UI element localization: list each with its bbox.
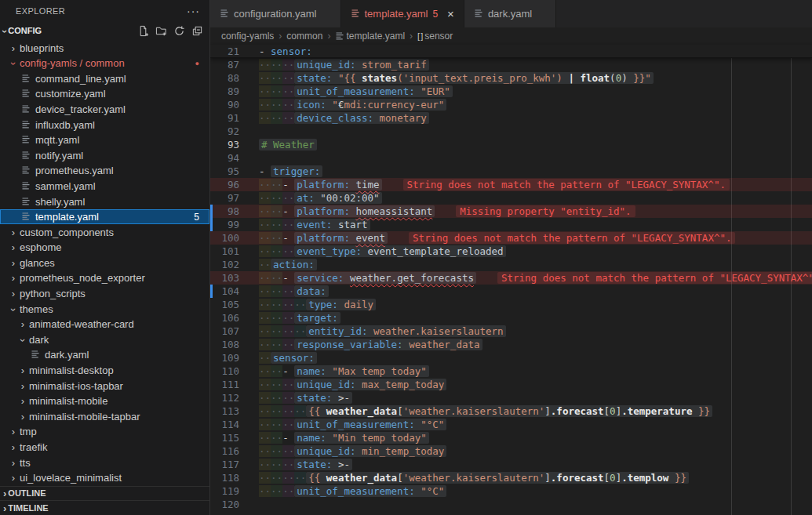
sidebar-file-template-yaml[interactable]: template.yaml5 <box>0 209 209 225</box>
code-line[interactable]: 108······response_variable: weather_data <box>210 338 812 351</box>
sidebar-file-dark-yaml[interactable]: dark.yaml <box>0 347 209 363</box>
refresh-icon[interactable] <box>173 25 185 37</box>
line-content[interactable]: ······target: <box>259 311 812 325</box>
line-content[interactable]: ······state: >- <box>259 391 812 404</box>
config-section-header[interactable]: › CONFIG <box>0 22 209 41</box>
code-line[interactable]: 89······unit_of_measurement: "EUR" <box>210 85 812 98</box>
code-line[interactable]: 112······state: >- <box>210 391 812 404</box>
sidebar-folder-glances[interactable]: ›glances <box>0 256 209 271</box>
line-content[interactable]: ······event: start <box>259 218 812 231</box>
code-line[interactable]: 117······state: >- <box>210 458 812 471</box>
line-content[interactable]: ······unit_of_measurement: "°C" <box>259 418 812 431</box>
sticky-scroll-line[interactable]: 21- sensor: <box>210 45 812 58</box>
sidebar-file-command-line-yaml[interactable]: command_line.yaml <box>0 71 209 86</box>
sidebar-folder-animated-weather-card[interactable]: ›animated-weather-card <box>0 317 209 332</box>
sidebar-file-customize-yaml[interactable]: customize.yaml <box>0 86 209 102</box>
line-content[interactable]: ······at: "00:02:00" <box>259 191 812 205</box>
code-line[interactable]: 104······data: <box>210 285 812 298</box>
line-content[interactable]: ······data: <box>259 285 812 298</box>
code-line[interactable]: 109··sensor: <box>210 351 812 364</box>
line-content[interactable]: ········{{ weather_data['weather.kaisers… <box>259 471 812 484</box>
sidebar-file-prometheus-yaml[interactable]: prometheus.yaml <box>0 163 209 179</box>
line-content[interactable]: - sensor: <box>259 45 812 58</box>
code-line[interactable]: 95- trigger: <box>210 165 812 178</box>
code-editor[interactable]: 21- sensor:87······unique_id: strom_tari… <box>210 45 812 515</box>
outline-section-header[interactable]: › OUTLINE <box>0 486 209 501</box>
code-line[interactable]: 93# Weather <box>210 138 812 151</box>
line-content[interactable]: ······unique_id: max_temp_today <box>259 378 812 391</box>
breadcrumb-item-common[interactable]: common <box>286 31 322 42</box>
code-line[interactable]: 96····- platform: timeString does not ma… <box>210 178 812 191</box>
code-line[interactable]: 97······at: "00:02:00" <box>210 191 812 205</box>
code-line[interactable]: 114······unit_of_measurement: "°C" <box>210 418 812 431</box>
code-line[interactable]: 90······icon: "€mdi:currency-eur" <box>210 98 812 111</box>
code-line[interactable]: 92 <box>210 125 812 138</box>
sidebar-file-shelly-yaml[interactable]: shelly.yaml <box>0 194 209 209</box>
sidebar-file-influxdb-yaml[interactable]: influxdb.yaml <box>0 117 209 132</box>
line-content[interactable]: ····- name: "Min temp today" <box>259 431 812 444</box>
line-content[interactable]: ········entity_id: weather.kaiserslauter… <box>259 325 812 338</box>
line-content[interactable]: ····- service: weather.get_forecastsStri… <box>259 271 812 285</box>
line-content[interactable]: ····- platform: homeassistantMissing pro… <box>259 205 812 218</box>
close-icon[interactable]: × <box>447 8 454 20</box>
sidebar-file-mqtt-yaml[interactable]: mqtt.yaml <box>0 132 209 148</box>
code-line[interactable]: 102··action: <box>210 258 812 271</box>
code-line[interactable]: 98····- platform: homeassistantMissing p… <box>210 205 812 218</box>
sidebar-folder-ui-lovelace-minimalist[interactable]: ›ui_lovelace_minimalist <box>0 470 209 486</box>
line-content[interactable]: ······device_class: monetary <box>259 111 812 125</box>
sidebar-folder-minimalist-ios-tapbar[interactable]: ›minimalist-ios-tapbar <box>0 378 209 394</box>
code-line[interactable]: 118········{{ weather_data['weather.kais… <box>210 471 812 484</box>
sidebar-folder-minimalist-mobile[interactable]: ›minimalist-mobile <box>0 394 209 409</box>
code-line[interactable]: 99······event: start <box>210 218 812 231</box>
code-line[interactable]: 91······device_class: monetary <box>210 111 812 125</box>
sidebar-folder-tmp[interactable]: ›tmp <box>0 424 209 440</box>
line-content[interactable]: ······unit_of_measurement: "°C" <box>259 484 812 498</box>
code-line[interactable]: 87······unique_id: strom_tarif <box>210 58 812 71</box>
collapse-all-icon[interactable] <box>191 25 203 37</box>
code-line[interactable]: 110····- name: "Max temp today" <box>210 364 812 378</box>
code-line[interactable]: 101······event_type: event_template_relo… <box>210 245 812 258</box>
sidebar-folder-themes[interactable]: ›themes <box>0 301 209 317</box>
code-line[interactable]: 105········type: daily <box>210 298 812 311</box>
breadcrumb-item-config-yamls[interactable]: config-yamls <box>221 31 274 42</box>
line-content[interactable]: ········{{ weather_data['weather.kaisers… <box>259 404 812 418</box>
sidebar-folder-traefik[interactable]: ›traefik <box>0 440 209 455</box>
code-line[interactable]: 107········entity_id: weather.kaiserslau… <box>210 325 812 338</box>
sidebar-folder-python-scripts[interactable]: ›python_scripts <box>0 286 209 302</box>
sidebar-folder-tts[interactable]: ›tts <box>0 455 209 470</box>
sidebar-folder-blueprints[interactable]: ›blueprints <box>0 40 209 56</box>
line-content[interactable]: ··sensor: <box>259 351 812 364</box>
breadcrumb-item-sensor[interactable]: [ ]sensor <box>417 31 453 42</box>
line-content[interactable]: ······event_type: event_template_reloade… <box>259 245 812 258</box>
line-content[interactable]: ··action: <box>259 258 812 271</box>
line-content[interactable]: ······icon: "€mdi:currency-eur" <box>259 98 812 111</box>
line-content[interactable]: ······response_variable: weather_data <box>259 338 812 351</box>
code-line[interactable]: 111······unique_id: max_temp_today <box>210 378 812 391</box>
line-content[interactable]: ····- platform: timeString does not matc… <box>259 178 812 191</box>
line-content[interactable]: ······unique_id: min_temp_today <box>259 444 812 458</box>
timeline-section-header[interactable]: › TIMELINE <box>0 500 209 515</box>
code-line[interactable]: 120 <box>210 498 812 511</box>
sidebar-folder-prometheus-node-exporter[interactable]: ›prometheus_node_exporter <box>0 270 209 286</box>
new-folder-icon[interactable] <box>155 25 167 37</box>
more-actions-icon[interactable]: ··· <box>187 5 200 17</box>
sidebar-file-sammel-yaml[interactable]: sammel.yaml <box>0 179 209 194</box>
tab-configuration-yaml[interactable]: configuration.yaml <box>210 0 341 27</box>
code-line[interactable]: 119······unit_of_measurement: "°C" <box>210 484 812 498</box>
code-line[interactable]: 115····- name: "Min temp today" <box>210 431 812 444</box>
sidebar-folder-esphome[interactable]: ›esphome <box>0 240 209 256</box>
sidebar-folder-dark[interactable]: ›dark <box>0 332 209 348</box>
line-content[interactable]: ········type: daily <box>259 298 812 311</box>
code-line[interactable]: 100····- platform: eventString does not … <box>210 231 812 245</box>
line-content[interactable]: ······state: >- <box>259 458 812 471</box>
sidebar-file-device-tracker-yaml[interactable]: device_tracker.yaml <box>0 102 209 118</box>
sidebar-folder-config-yamls-common[interactable]: ›config-yamls / common● <box>0 56 209 71</box>
line-content[interactable]: ····- name: "Max temp today" <box>259 364 812 378</box>
sidebar-folder-minimalist-mobile-tapbar[interactable]: ›minimalist-mobile-tapbar <box>0 409 209 425</box>
line-content[interactable]: ······unique_id: strom_tarif <box>259 58 812 71</box>
code-line[interactable]: 88······state: "{{ states('input_text.pr… <box>210 71 812 85</box>
code-line[interactable]: 113········{{ weather_data['weather.kais… <box>210 404 812 418</box>
new-file-icon[interactable] <box>137 25 149 37</box>
line-content[interactable]: ····- platform: eventString does not mat… <box>259 231 812 245</box>
code-line[interactable]: 94 <box>210 151 812 165</box>
